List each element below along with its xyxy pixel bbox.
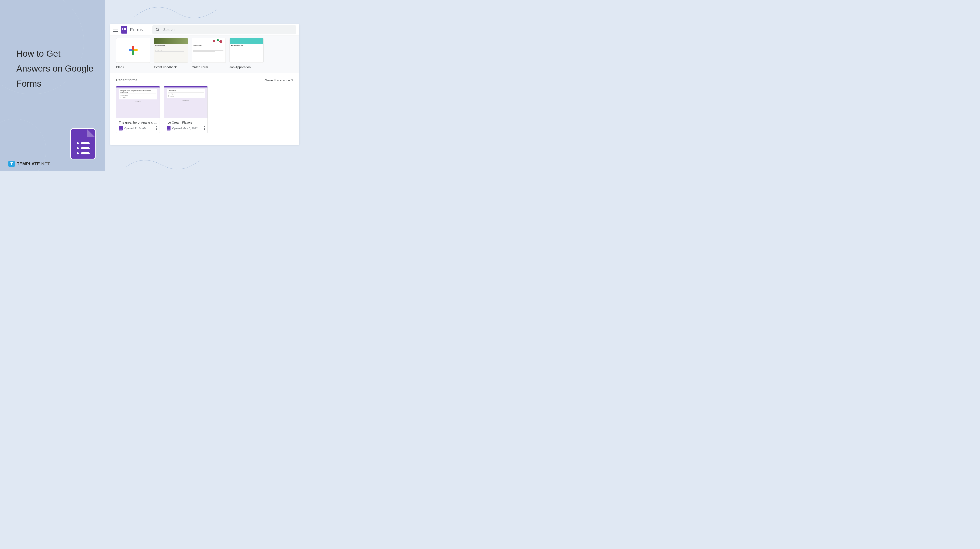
google-forms-icon <box>119 126 123 130</box>
svg-line-1 <box>158 30 159 31</box>
more-options-icon[interactable] <box>204 126 205 130</box>
recent-opened-label: Opened May 5, 2022 <box>172 127 202 130</box>
plus-icon <box>129 46 138 55</box>
recent-form-card[interactable]: The great hero: Analysis on Marvel Movie… <box>116 86 160 133</box>
recent-header: Recent forms Owned by anyone <box>116 78 293 82</box>
search-icon <box>156 28 160 32</box>
svg-point-0 <box>156 28 159 31</box>
templates-gallery: Blank Event Feedback Event Feedback <box>110 35 299 73</box>
more-options-icon[interactable] <box>156 126 157 130</box>
decorative-wave <box>126 146 199 171</box>
template-order-form: Order Request Order Form <box>192 38 226 69</box>
template-label: Order Form <box>192 65 226 69</box>
brand-text: TEMPLATE.NET <box>17 162 50 167</box>
app-name: Forms <box>130 27 143 33</box>
recent-form-thumbnail: The great hero: Analysis on Marvel Movie… <box>116 86 159 118</box>
left-panel: How to Get Answers on Google Forms T TEM… <box>0 0 105 171</box>
recent-form-card[interactable]: Untitled form Untitled Question Option 1… <box>164 86 208 133</box>
recent-form-thumbnail: Untitled form Untitled Question Option 1… <box>164 86 207 118</box>
recent-form-meta: Ice Cream Flavors Opened May 5, 2022 <box>164 118 207 133</box>
template-thumb-order[interactable]: Order Request <box>192 38 226 63</box>
template-thumb-event[interactable]: Event Feedback <box>154 38 188 63</box>
app-header: Forms Search <box>110 24 299 35</box>
recent-form-name: The great hero: Analysis o... <box>119 121 157 124</box>
brand-badge-icon: T <box>8 161 15 167</box>
chevron-down-icon <box>291 79 293 81</box>
template-label: Event Feedback <box>154 65 188 69</box>
right-panel: Forms Search Blank <box>105 0 306 171</box>
recent-form-name: Ice Cream Flavors <box>167 121 205 124</box>
google-forms-app: Forms Search Blank <box>110 24 299 145</box>
template-job-application: Job application form Job Application <box>229 38 264 69</box>
search-placeholder: Search <box>163 28 175 32</box>
search-input[interactable]: Search <box>152 25 296 34</box>
template-label: Job Application <box>229 65 264 69</box>
recent-section: Recent forms Owned by anyone The great h… <box>110 73 299 138</box>
template-thumb-blank[interactable] <box>116 38 150 63</box>
recent-title: Recent forms <box>116 78 137 82</box>
template-event-feedback: Event Feedback Event Feedback <box>154 38 188 69</box>
google-forms-icon <box>167 126 170 130</box>
recent-opened-label: Opened 11:34 AM <box>124 127 154 130</box>
recent-form-meta: The great hero: Analysis o... Opened 11:… <box>116 118 159 133</box>
brand-logo: T TEMPLATE.NET <box>8 161 50 167</box>
hamburger-menu-icon[interactable] <box>113 28 118 32</box>
google-forms-logo-large <box>70 129 95 159</box>
template-label: Blank <box>116 65 150 69</box>
google-forms-logo-icon <box>121 26 127 33</box>
template-thumb-job[interactable]: Job application form <box>229 38 264 63</box>
ownership-filter-dropdown[interactable]: Owned by anyone <box>264 78 293 82</box>
recent-grid: The great hero: Analysis on Marvel Movie… <box>116 86 293 133</box>
template-blank: Blank <box>116 38 150 69</box>
page-title: How to Get Answers on Google Forms <box>16 46 96 91</box>
